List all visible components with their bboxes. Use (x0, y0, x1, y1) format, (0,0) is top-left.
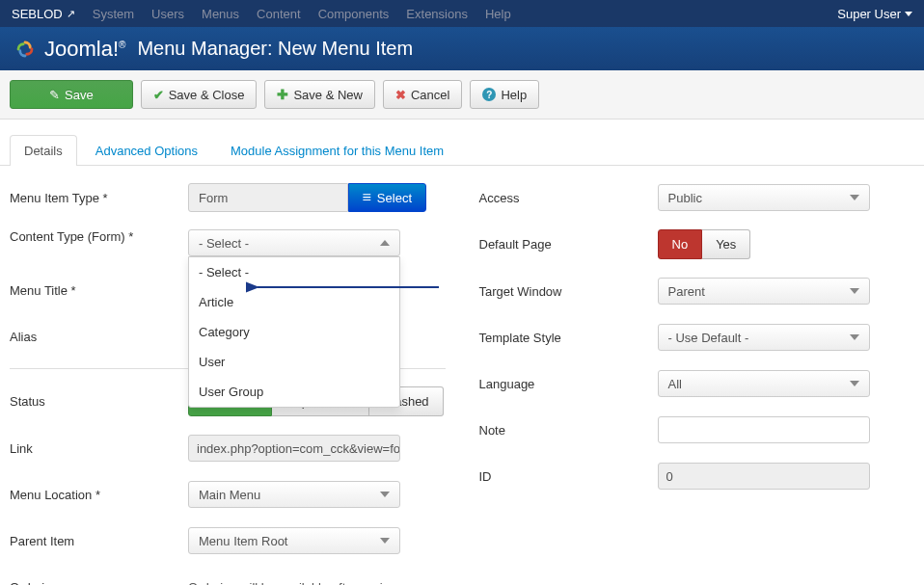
external-icon: ↗ (67, 8, 75, 20)
default-page-yes[interactable]: Yes (702, 229, 750, 259)
field-default-page: Default Page No Yes (479, 229, 915, 259)
option-user[interactable]: User (189, 347, 399, 377)
cancel-icon: ✖ (395, 88, 406, 102)
parent-item-value: Menu Item Root (199, 534, 288, 548)
save-close-label: Save & Close (169, 88, 245, 102)
option-select[interactable]: - Select - (189, 257, 399, 287)
note-label: Note (479, 423, 658, 438)
select-type-button[interactable]: Select (348, 183, 426, 212)
joomla-logo-icon (12, 36, 39, 63)
topbar-menu-components[interactable]: Components (318, 7, 390, 21)
tab-advanced[interactable]: Advanced Options (81, 135, 212, 166)
select-label: Select (377, 191, 412, 205)
access-label: Access (479, 191, 658, 205)
link-label: Link (10, 441, 188, 456)
default-page-no[interactable]: No (658, 229, 703, 259)
topbar-menu-content[interactable]: Content (257, 7, 301, 21)
topbar-menu-users[interactable]: Users (151, 7, 184, 21)
menu-location-select[interactable]: Main Menu (188, 481, 400, 508)
option-article[interactable]: Article (189, 287, 399, 317)
save-new-label: Save & New (293, 88, 363, 102)
topbar-menu-system[interactable]: System (93, 7, 134, 21)
user-name: Super User (837, 7, 901, 21)
cancel-button[interactable]: ✖ Cancel (383, 80, 462, 109)
save-icon: ✎ (49, 88, 60, 102)
topbar-menu: System Users Menus Content Components Ex… (93, 7, 511, 21)
menu-item-type-value: Form (188, 183, 348, 212)
topbar-menu-extensions[interactable]: Extensions (406, 7, 468, 21)
save-close-button[interactable]: ✔ Save & Close (141, 80, 258, 109)
save-button[interactable]: ✎ Save (10, 80, 133, 109)
access-select[interactable]: Public (658, 184, 870, 211)
brand-text: SEBLOD (12, 7, 63, 21)
save-new-button[interactable]: ✚ Save & New (264, 80, 375, 109)
link-value: index.php?option=com_cck&view=fo (188, 435, 400, 462)
content-type-selected: - Select - (199, 236, 249, 251)
option-user-group[interactable]: User Group (189, 377, 399, 407)
brand-link[interactable]: SEBLOD ↗ (12, 7, 75, 21)
menu-title-label: Menu Title * (10, 283, 188, 298)
joomla-logo: Joomla!® (12, 36, 125, 63)
field-menu-item-type: Menu Item Type * Form Select (10, 183, 446, 212)
logo-text: Joomla!® (44, 37, 125, 62)
field-access: Access Public (479, 183, 915, 212)
tab-details[interactable]: Details (10, 135, 77, 166)
ordering-note: Ordering will be available after saving (188, 580, 396, 586)
help-icon: ? (482, 88, 496, 101)
target-window-select[interactable]: Parent (658, 278, 870, 305)
menu-location-label: Menu Location * (10, 488, 188, 502)
option-category[interactable]: Category (189, 317, 399, 347)
field-target-window: Target Window Parent (479, 277, 915, 306)
menu-location-value: Main Menu (199, 488, 260, 502)
page-header: Joomla!® Menu Manager: New Menu Item (0, 27, 924, 70)
help-label: Help (501, 88, 527, 102)
content-type-select[interactable]: - Select - (188, 229, 400, 256)
target-window-value: Parent (668, 284, 705, 299)
id-label: ID (479, 469, 658, 484)
field-note: Note (479, 415, 915, 444)
caret-down-icon (850, 381, 859, 386)
form-container: Menu Item Type * Form Select Content Typ… (0, 166, 924, 585)
topbar-menu-menus[interactable]: Menus (202, 7, 239, 21)
field-ordering: Ordering Ordering will be available afte… (10, 572, 446, 585)
language-label: Language (479, 377, 658, 391)
template-style-select[interactable]: - Use Default - (658, 324, 870, 351)
status-label: Status (10, 394, 188, 409)
tab-module-assignment[interactable]: Module Assignment for this Menu Item (216, 135, 458, 166)
alias-label: Alias (10, 330, 188, 344)
left-column: Menu Item Type * Form Select Content Typ… (10, 183, 446, 585)
save-label: Save (65, 88, 94, 102)
user-menu[interactable]: Super User (837, 7, 912, 21)
caret-down-icon (850, 334, 859, 340)
help-button[interactable]: ? Help (470, 80, 539, 109)
default-page-label: Default Page (479, 237, 658, 252)
caret-down-icon (850, 288, 859, 294)
menu-item-type-label: Menu Item Type * (10, 191, 188, 205)
caret-down-icon (905, 12, 912, 16)
caret-down-icon (380, 538, 390, 544)
topbar-menu-help[interactable]: Help (485, 7, 511, 21)
field-parent-item: Parent Item Menu Item Root (10, 526, 446, 555)
note-input[interactable] (658, 416, 870, 443)
caret-down-icon (380, 492, 390, 497)
plus-icon: ✚ (277, 87, 288, 102)
target-window-label: Target Window (479, 284, 658, 299)
field-id: ID 0 (479, 462, 915, 491)
field-template-style: Template Style - Use Default - (479, 323, 915, 352)
caret-down-icon (850, 195, 859, 200)
language-select[interactable]: All (658, 370, 870, 397)
page-title: Menu Manager: New Menu Item (137, 38, 413, 60)
access-value: Public (668, 191, 702, 205)
ordering-label: Ordering (10, 580, 188, 586)
action-toolbar: ✎ Save ✔ Save & Close ✚ Save & New ✖ Can… (0, 70, 924, 120)
field-content-type: Content Type (Form) * - Select - - Selec… (10, 229, 446, 258)
default-page-toggle: No Yes (658, 229, 915, 259)
parent-item-select[interactable]: Menu Item Root (188, 527, 400, 554)
cancel-label: Cancel (411, 88, 449, 102)
tab-bar: Details Advanced Options Module Assignme… (0, 120, 924, 166)
field-menu-location: Menu Location * Main Menu (10, 480, 446, 509)
list-icon (363, 189, 371, 206)
id-value: 0 (658, 463, 870, 490)
content-type-dropdown: - Select - Article Category User User Gr… (188, 256, 400, 408)
field-link: Link index.php?option=com_cck&view=fo (10, 434, 446, 463)
